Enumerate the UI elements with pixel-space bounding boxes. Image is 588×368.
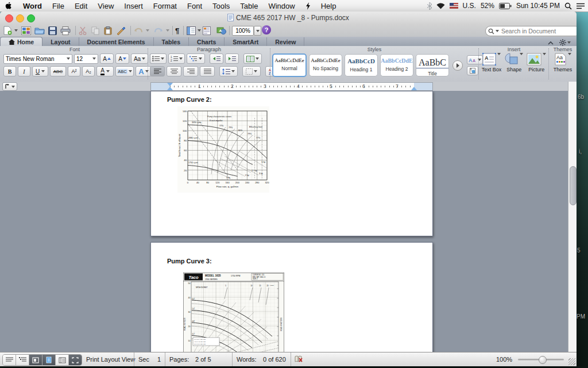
themes-button[interactable]: Aa Themes bbox=[554, 53, 572, 72]
borders-button[interactable] bbox=[242, 66, 261, 76]
style-heading-2[interactable]: AaBbCcDdEHeading 2 bbox=[380, 54, 413, 76]
style-no-spacing[interactable]: AaBbCcDdEeNo Spacing bbox=[309, 54, 342, 76]
script-menu-icon[interactable] bbox=[300, 2, 316, 10]
spotlight-search-icon[interactable] bbox=[564, 2, 572, 10]
battery-icon[interactable] bbox=[499, 3, 512, 9]
font-name-combo[interactable]: Times New Roman bbox=[3, 54, 72, 64]
grow-font-button[interactable]: A bbox=[100, 53, 114, 64]
view-mode-label[interactable]: Print Layout View bbox=[86, 356, 135, 363]
notebook-layout-view-button[interactable] bbox=[56, 355, 69, 365]
style-heading-1[interactable]: AaBbCcDHeading 1 bbox=[345, 54, 378, 76]
align-right-button[interactable] bbox=[183, 66, 198, 76]
first-line-indent-marker[interactable] bbox=[167, 83, 173, 86]
search-field[interactable] bbox=[485, 26, 577, 36]
menu-table[interactable]: Table bbox=[235, 2, 263, 10]
paste-button[interactable] bbox=[104, 25, 112, 36]
collapse-ribbon-icon[interactable] bbox=[548, 41, 554, 45]
tab-review[interactable]: Review bbox=[267, 37, 304, 46]
increase-indent-button[interactable] bbox=[225, 53, 239, 64]
undo-caret[interactable] bbox=[146, 25, 149, 36]
superscript-button[interactable]: A² bbox=[68, 66, 80, 76]
section-value[interactable]: 1 bbox=[157, 356, 161, 363]
cut-button[interactable] bbox=[79, 25, 87, 36]
justify-button[interactable] bbox=[200, 66, 215, 76]
draft-view-button[interactable] bbox=[3, 355, 16, 365]
zoom-combo[interactable]: 100% bbox=[232, 26, 254, 36]
highlight-button[interactable]: ABC bbox=[115, 66, 134, 76]
zoom-combo-caret[interactable] bbox=[254, 26, 261, 36]
menu-view[interactable]: View bbox=[92, 2, 119, 10]
align-left-button[interactable] bbox=[150, 66, 165, 76]
columns-button[interactable] bbox=[243, 53, 262, 64]
show-formatting-marks-button[interactable]: ¶ bbox=[175, 25, 179, 36]
pages-value[interactable]: 2 of 5 bbox=[195, 356, 211, 363]
new-document-button[interactable] bbox=[3, 25, 12, 36]
ribbon-settings-gear-icon[interactable] bbox=[559, 39, 571, 46]
input-source-label[interactable]: U.S. bbox=[463, 2, 476, 10]
window-titlebar[interactable]: CME 465 2017 HW _8 - Pumps.docx bbox=[0, 12, 577, 25]
print-layout-view-button[interactable] bbox=[42, 355, 56, 365]
tab-stop-selector[interactable] bbox=[2, 82, 17, 91]
tab-home[interactable]: Home bbox=[0, 37, 42, 46]
copy-button[interactable] bbox=[91, 25, 99, 36]
subscript-button[interactable]: A₂ bbox=[82, 66, 95, 76]
font-size-combo[interactable]: 12 bbox=[74, 54, 98, 64]
page-layout-caret[interactable] bbox=[198, 25, 201, 36]
menu-file[interactable]: File bbox=[47, 2, 69, 10]
menu-format[interactable]: Format bbox=[148, 2, 182, 10]
scrollbar-thumb[interactable] bbox=[570, 166, 577, 205]
help-button[interactable]: ? bbox=[262, 25, 271, 34]
numbering-button[interactable]: 12 bbox=[168, 53, 185, 64]
tab-smartart[interactable]: SmartArt bbox=[225, 37, 267, 46]
menu-edit[interactable]: Edit bbox=[69, 2, 92, 10]
format-painter-button[interactable] bbox=[117, 25, 126, 36]
insert-text-box-button[interactable]: A Text Box bbox=[482, 53, 502, 72]
align-center-button[interactable] bbox=[167, 66, 181, 76]
undo-button[interactable] bbox=[134, 25, 143, 36]
words-value[interactable]: 0 of 620 bbox=[263, 356, 286, 363]
horizontal-ruler[interactable]: 1 2 3 4 5 6 7 bbox=[150, 82, 433, 91]
redo-button[interactable] bbox=[154, 25, 163, 36]
style-normal[interactable]: AaBbCcDdEeNormal bbox=[272, 53, 307, 77]
shrink-font-button[interactable]: A bbox=[115, 53, 129, 64]
document-canvas[interactable]: Pump Curve 2: bbox=[0, 91, 577, 352]
notification-center-icon[interactable] bbox=[577, 3, 585, 9]
input-source-flag-icon[interactable] bbox=[450, 3, 458, 9]
wifi-icon[interactable] bbox=[436, 3, 445, 9]
menu-font[interactable]: Font bbox=[182, 2, 207, 10]
focus-view-button[interactable] bbox=[69, 355, 82, 365]
menubar-clock[interactable]: Sun 10:45 PM bbox=[516, 2, 560, 10]
sidebar-panel-button[interactable] bbox=[203, 25, 211, 36]
menu-window[interactable]: Window bbox=[263, 2, 300, 10]
open-button[interactable] bbox=[34, 25, 45, 36]
publishing-layout-view-button[interactable] bbox=[29, 355, 42, 365]
gallery-button[interactable] bbox=[21, 25, 31, 36]
tab-tables[interactable]: Tables bbox=[154, 37, 189, 46]
multilevel-list-button[interactable] bbox=[187, 53, 205, 64]
new-document-caret[interactable] bbox=[14, 25, 18, 36]
redo-caret[interactable] bbox=[166, 25, 169, 36]
right-indent-marker[interactable] bbox=[411, 87, 417, 90]
menu-app-name[interactable]: Word bbox=[18, 2, 47, 10]
line-spacing-button[interactable] bbox=[219, 66, 238, 76]
document-page-1[interactable]: Pump Curve 2: bbox=[150, 91, 433, 236]
manage-styles-button[interactable]: ¶ bbox=[467, 66, 478, 75]
document-page-2[interactable]: Pump Curve 3: Taco MODEL 1635 1900 SERIE… bbox=[150, 242, 433, 352]
font-color-button[interactable]: A bbox=[96, 66, 114, 76]
bluetooth-icon[interactable] bbox=[427, 2, 432, 10]
hanging-indent-marker[interactable] bbox=[167, 87, 173, 90]
change-case-button[interactable]: Aa bbox=[131, 53, 148, 64]
search-scope-caret[interactable] bbox=[496, 30, 499, 32]
tab-charts[interactable]: Charts bbox=[189, 37, 225, 46]
search-input[interactable] bbox=[500, 27, 577, 35]
pump-curve-2-chart[interactable]: 14012010080604020 0408012016020024028032… bbox=[177, 106, 269, 193]
menu-insert[interactable]: Insert bbox=[119, 2, 148, 10]
apple-menu-icon[interactable] bbox=[0, 2, 18, 10]
strikethrough-button[interactable]: ABC bbox=[50, 66, 66, 76]
styles-gallery-more-button[interactable] bbox=[452, 60, 463, 71]
tab-layout[interactable]: Layout bbox=[42, 37, 79, 46]
vertical-scrollbar[interactable] bbox=[568, 82, 577, 352]
menu-help[interactable]: Help bbox=[316, 2, 342, 10]
spelling-status-icon[interactable] bbox=[295, 355, 303, 363]
save-button[interactable] bbox=[48, 25, 57, 36]
